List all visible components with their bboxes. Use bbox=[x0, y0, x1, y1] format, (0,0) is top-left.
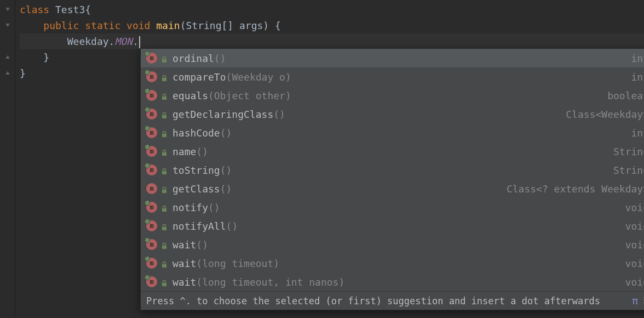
autocomplete-popup: mordinal()intmcompareTo(Weekday o)intmeq… bbox=[140, 48, 644, 310]
suggestion-return-type: int bbox=[631, 127, 644, 139]
suggestion-item[interactable]: mwait()void bbox=[141, 235, 644, 254]
suggestion-params: (Weekday o) bbox=[226, 71, 291, 83]
suggestion-params: (long timeout) bbox=[196, 258, 279, 269]
code-editor: class Test3{ public static void main(Str… bbox=[0, 0, 644, 318]
suggestion-name: hashCode bbox=[173, 127, 220, 139]
suggestion-name: wait bbox=[173, 239, 196, 251]
code-line-2: public static void main(String[] args) { bbox=[20, 18, 644, 33]
method-icon: m bbox=[146, 202, 157, 213]
suggestion-name: getClass bbox=[173, 183, 220, 195]
svg-rect-10 bbox=[162, 246, 166, 249]
suggestion-item[interactable]: mequals(Object other)boolean bbox=[141, 86, 644, 105]
suggestion-params: () bbox=[220, 127, 232, 139]
suggestion-name: ordinal bbox=[173, 53, 214, 64]
pi-icon[interactable]: π bbox=[632, 295, 638, 306]
suggestion-return-type: void bbox=[625, 239, 644, 251]
suggestion-params: () bbox=[196, 239, 208, 251]
suggestion-return-type: void bbox=[625, 258, 644, 269]
lock-icon bbox=[160, 147, 168, 155]
suggestion-params: () bbox=[273, 109, 285, 120]
suggestion-name: notify bbox=[173, 202, 208, 213]
method-icon: m bbox=[146, 146, 157, 157]
suggestion-item[interactable]: mnotify()void bbox=[141, 198, 644, 217]
footer-hint-text: Press ^. to choose the selected (or firs… bbox=[146, 296, 632, 306]
cursor bbox=[139, 36, 140, 48]
lock-icon bbox=[160, 278, 168, 286]
svg-rect-9 bbox=[162, 227, 166, 230]
suggestion-params: () bbox=[208, 202, 220, 213]
suggestion-return-type: void bbox=[625, 276, 644, 288]
suggestion-return-type: String bbox=[613, 164, 644, 176]
method-icon: m bbox=[146, 71, 157, 82]
svg-rect-6 bbox=[162, 171, 166, 174]
suggestion-params: () bbox=[214, 53, 226, 64]
method-icon: m bbox=[146, 276, 157, 287]
suggestion-item[interactable]: mnotifyAll()void bbox=[141, 217, 644, 235]
suggestion-params: (long timeout, int nanos) bbox=[196, 276, 344, 288]
method-icon: m bbox=[146, 164, 157, 175]
method-icon: m bbox=[146, 90, 157, 101]
lock-icon bbox=[160, 73, 168, 81]
suggestion-name: equals bbox=[173, 90, 208, 101]
suggestion-return-type: int bbox=[631, 53, 644, 64]
svg-rect-0 bbox=[162, 59, 166, 63]
suggestion-item[interactable]: mgetDeclaringClass()Class<Weekday> bbox=[141, 105, 644, 123]
suggestion-return-type: void bbox=[625, 220, 644, 232]
lock-icon bbox=[160, 166, 168, 174]
code-area[interactable]: class Test3{ public static void main(Str… bbox=[15, 0, 644, 318]
suggestion-return-type: Class<Weekday> bbox=[566, 109, 644, 120]
suggestion-return-type: Class<? extends Weekday> bbox=[507, 183, 644, 195]
suggestion-item[interactable]: mgetClass()Class<? extends Weekday> bbox=[141, 179, 644, 198]
suggestion-params: () bbox=[226, 220, 238, 232]
method-icon: m bbox=[146, 220, 157, 231]
lock-icon bbox=[160, 110, 168, 118]
svg-rect-8 bbox=[162, 208, 166, 212]
suggestion-item[interactable]: mordinal()int bbox=[141, 49, 644, 67]
suggestion-item[interactable]: mwait(long timeout)void bbox=[141, 254, 644, 272]
suggestion-item[interactable]: mtoString()String bbox=[141, 161, 644, 179]
method-icon: m bbox=[146, 109, 157, 120]
svg-rect-5 bbox=[162, 152, 166, 156]
suggestion-name: name bbox=[173, 146, 196, 157]
suggestion-item[interactable]: mwait(long timeout, int nanos)void bbox=[141, 272, 644, 291]
suggestion-params: () bbox=[196, 146, 208, 157]
code-line-3: Weekday.MON. bbox=[20, 33, 644, 49]
suggestion-name: notifyAll bbox=[173, 220, 226, 232]
suggestion-name: toString bbox=[173, 164, 220, 176]
suggestion-item[interactable]: mhashCode()int bbox=[141, 123, 644, 142]
lock-icon bbox=[160, 185, 168, 192]
suggestion-params: () bbox=[220, 183, 232, 195]
gutter-blank bbox=[0, 33, 15, 49]
svg-rect-7 bbox=[162, 190, 166, 193]
code-line-1: class Test3{ bbox=[20, 2, 644, 18]
suggestion-name: wait bbox=[173, 276, 196, 288]
suggestion-item[interactable]: mname()String bbox=[141, 142, 644, 161]
suggestion-name: getDeclaringClass bbox=[173, 109, 273, 120]
svg-rect-4 bbox=[162, 134, 166, 137]
svg-rect-1 bbox=[162, 78, 166, 81]
method-icon: m bbox=[146, 258, 157, 269]
fold-up-icon[interactable] bbox=[0, 65, 15, 81]
lock-icon bbox=[160, 129, 168, 137]
suggestion-name: wait bbox=[173, 258, 196, 269]
svg-rect-12 bbox=[162, 283, 166, 286]
lock-icon bbox=[160, 92, 168, 99]
fold-icon[interactable] bbox=[0, 18, 15, 33]
suggestion-return-type: int bbox=[631, 71, 644, 83]
suggestion-return-type: boolean bbox=[607, 90, 644, 101]
fold-icon[interactable] bbox=[0, 2, 15, 18]
suggestion-return-type: void bbox=[625, 202, 644, 213]
suggestion-name: compareTo bbox=[173, 71, 226, 83]
svg-rect-11 bbox=[162, 264, 166, 268]
svg-rect-2 bbox=[162, 96, 166, 100]
lock-icon bbox=[160, 222, 168, 230]
gutter bbox=[0, 0, 15, 318]
svg-rect-3 bbox=[162, 115, 166, 118]
lock-icon bbox=[160, 54, 168, 62]
method-icon: m bbox=[146, 53, 157, 64]
fold-up-icon[interactable] bbox=[0, 49, 15, 65]
popup-footer: Press ^. to choose the selected (or firs… bbox=[141, 291, 644, 310]
method-icon: m bbox=[146, 127, 157, 138]
method-icon: m bbox=[146, 239, 157, 250]
suggestion-item[interactable]: mcompareTo(Weekday o)int bbox=[141, 67, 644, 86]
